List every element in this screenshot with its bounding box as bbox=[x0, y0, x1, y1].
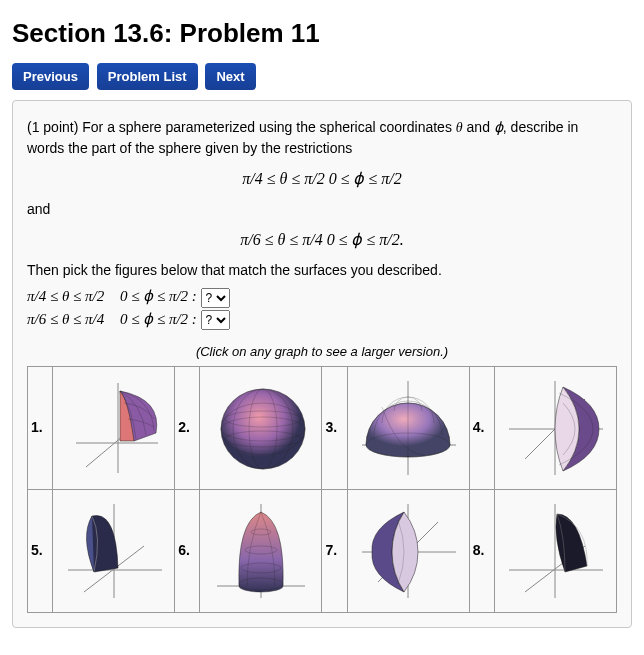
page-title: Section 13.6: Problem 11 bbox=[12, 18, 632, 49]
graph-cell-1[interactable] bbox=[53, 366, 175, 489]
answer-select-2[interactable]: ? bbox=[201, 310, 230, 330]
graph-thumb-6 bbox=[205, 496, 317, 606]
cell-label-7: 7. bbox=[322, 489, 347, 612]
graph-thumb-3 bbox=[352, 373, 464, 483]
graph-cell-7[interactable] bbox=[347, 489, 469, 612]
cell-label-5: 5. bbox=[28, 489, 53, 612]
intro-and: and bbox=[463, 119, 494, 135]
graph-hint: (Click on any graph to see a larger vers… bbox=[27, 342, 617, 362]
cell-label-6: 6. bbox=[175, 489, 200, 612]
answer-row-1: π/4 ≤ θ ≤ π/2 0 ≤ ϕ ≤ π/2 : ? bbox=[27, 285, 617, 308]
problem-body: (1 point) For a sphere parameterized usi… bbox=[12, 100, 632, 628]
instruction-text: Then pick the figures below that match t… bbox=[27, 260, 617, 281]
equation-2: π/6 ≤ θ ≤ π/4 0 ≤ ϕ ≤ π/2. bbox=[27, 228, 617, 252]
nav-bar: Previous Problem List Next bbox=[12, 63, 632, 90]
graph-cell-4[interactable] bbox=[494, 366, 616, 489]
graph-cell-5[interactable] bbox=[53, 489, 175, 612]
graph-thumb-4 bbox=[499, 373, 611, 483]
answer-select-1[interactable]: ? bbox=[201, 288, 230, 308]
cell-label-4: 4. bbox=[469, 366, 494, 489]
previous-button[interactable]: Previous bbox=[12, 63, 89, 90]
answer2-range-theta: π/6 ≤ θ ≤ π/4 bbox=[27, 311, 104, 327]
cell-label-2: 2. bbox=[175, 366, 200, 489]
intro-text-1: (1 point) For a sphere parameterized usi… bbox=[27, 119, 456, 135]
cell-label-1: 1. bbox=[28, 366, 53, 489]
phi-symbol: ϕ bbox=[494, 120, 503, 135]
graph-thumb-8 bbox=[499, 496, 611, 606]
graph-thumb-5 bbox=[58, 496, 170, 606]
graph-cell-8[interactable] bbox=[494, 489, 616, 612]
graph-thumb-7 bbox=[352, 496, 464, 606]
problem-intro: (1 point) For a sphere parameterized usi… bbox=[27, 117, 617, 159]
graph-grid: 1. 2. bbox=[27, 366, 617, 613]
graph-cell-2[interactable] bbox=[200, 366, 322, 489]
graph-thumb-1 bbox=[58, 373, 170, 483]
theta-symbol: θ bbox=[456, 120, 463, 135]
equation-1: π/4 ≤ θ ≤ π/2 0 ≤ ϕ ≤ π/2 bbox=[27, 167, 617, 191]
answer1-range-theta: π/4 ≤ θ ≤ π/2 bbox=[27, 288, 104, 304]
and-text: and bbox=[27, 199, 617, 220]
graph-cell-3[interactable] bbox=[347, 366, 469, 489]
next-button[interactable]: Next bbox=[205, 63, 255, 90]
problem-list-button[interactable]: Problem List bbox=[97, 63, 198, 90]
cell-label-8: 8. bbox=[469, 489, 494, 612]
svg-point-3 bbox=[221, 389, 305, 469]
answer-row-2: π/6 ≤ θ ≤ π/4 0 ≤ ϕ ≤ π/2 : ? bbox=[27, 308, 617, 331]
cell-label-3: 3. bbox=[322, 366, 347, 489]
answer1-range-phi: 0 ≤ ϕ ≤ π/2 : bbox=[120, 288, 197, 304]
answer2-range-phi: 0 ≤ ϕ ≤ π/2 : bbox=[120, 311, 197, 327]
graph-cell-6[interactable] bbox=[200, 489, 322, 612]
graph-thumb-2 bbox=[205, 373, 317, 483]
